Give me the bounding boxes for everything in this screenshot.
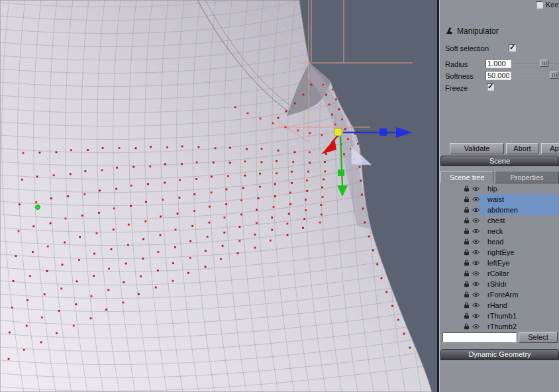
lock-icon[interactable] bbox=[462, 260, 470, 266]
radius-label: Radius bbox=[445, 60, 468, 68]
scene-tree-item[interactable]: hip bbox=[440, 183, 559, 194]
scene-tree-item[interactable]: abdomen bbox=[440, 205, 559, 215]
lock-icon[interactable] bbox=[462, 185, 470, 192]
softness-slider[interactable] bbox=[514, 72, 559, 79]
reference-vertex-green[interactable] bbox=[36, 205, 40, 210]
scene-tree-item-label: head bbox=[487, 238, 503, 246]
eye-icon[interactable] bbox=[472, 281, 480, 287]
right-panel: Kee Manipulator Soft selection Radius So… bbox=[439, 0, 559, 392]
scene-tree-item-label: hip bbox=[487, 185, 497, 193]
lock-icon[interactable] bbox=[462, 313, 470, 319]
eye-icon[interactable] bbox=[472, 313, 480, 318]
scene-tree-item-label: leftEye bbox=[487, 259, 510, 267]
eye-icon[interactable] bbox=[472, 186, 480, 191]
scene-tree-item[interactable]: rForeArm bbox=[440, 289, 559, 300]
softness-input[interactable] bbox=[485, 71, 511, 80]
abort-button[interactable]: Abort bbox=[506, 143, 538, 154]
lock-icon[interactable] bbox=[462, 291, 470, 298]
eye-icon[interactable] bbox=[472, 207, 480, 213]
scene-tree[interactable]: hipwaistabdomenchestneckheadrightEyeleft… bbox=[440, 183, 559, 332]
scene-tree-item[interactable]: rightEye bbox=[440, 247, 559, 258]
eye-icon[interactable] bbox=[472, 271, 480, 276]
lock-icon[interactable] bbox=[462, 270, 470, 277]
eye-icon[interactable] bbox=[472, 324, 480, 329]
eye-icon[interactable] bbox=[472, 250, 480, 255]
gizmo-z-handle[interactable] bbox=[380, 128, 387, 136]
scene-tree-item-label: waist bbox=[487, 195, 504, 203]
viewport-3d[interactable] bbox=[0, 0, 437, 392]
scene-tree-item[interactable]: rCollar bbox=[440, 268, 559, 279]
scene-tree-item-label: rHand bbox=[487, 301, 507, 309]
select-button[interactable]: Select bbox=[519, 332, 558, 343]
scene-tree-item[interactable]: chest bbox=[440, 215, 559, 226]
scene-tree-item-label: chest bbox=[487, 217, 505, 224]
manipulator-title: Manipulator bbox=[457, 26, 499, 36]
eye-icon[interactable] bbox=[472, 292, 480, 297]
radius-slider[interactable] bbox=[514, 60, 559, 68]
dynamic-geometry-header[interactable]: Dynamic Geometry bbox=[440, 349, 559, 360]
scene-tree-item-label: rCollar bbox=[487, 270, 509, 277]
manipulator-header: Manipulator bbox=[445, 26, 499, 36]
radius-slider-track[interactable] bbox=[514, 63, 559, 64]
radius-slider-handle[interactable] bbox=[540, 60, 548, 67]
eye-icon[interactable] bbox=[472, 228, 480, 234]
scene-tree-item-label: rForeArm bbox=[487, 291, 518, 299]
tab-properties[interactable]: Properties bbox=[495, 171, 559, 183]
keep-option-row: Kee bbox=[536, 1, 559, 9]
gizmo-center-handle[interactable] bbox=[334, 128, 342, 136]
lock-icon[interactable] bbox=[462, 238, 470, 245]
apply-button[interactable]: Ap bbox=[541, 143, 559, 154]
scene-filter-input[interactable] bbox=[442, 332, 517, 342]
scene-tree-item-label: rightEye bbox=[487, 248, 514, 256]
lock-icon[interactable] bbox=[462, 228, 470, 234]
lock-icon[interactable] bbox=[462, 249, 470, 256]
lock-icon[interactable] bbox=[462, 302, 470, 309]
freeze-label: Freeze bbox=[445, 84, 468, 92]
manipulator-icon bbox=[445, 26, 454, 36]
soft-selection-checkbox[interactable] bbox=[509, 44, 516, 52]
tab-scene-tree[interactable]: Scene tree bbox=[440, 171, 493, 183]
scene-tree-item[interactable]: head bbox=[440, 236, 559, 247]
lock-icon[interactable] bbox=[462, 196, 470, 203]
lock-icon[interactable] bbox=[462, 217, 470, 224]
lock-icon[interactable] bbox=[462, 207, 470, 213]
scene-section-header[interactable]: Scene bbox=[440, 156, 559, 166]
eye-icon[interactable] bbox=[472, 197, 480, 202]
radius-input[interactable] bbox=[485, 59, 511, 68]
freeze-checkbox[interactable] bbox=[487, 83, 494, 91]
scene-tree-item[interactable]: neck bbox=[440, 226, 559, 236]
lock-icon[interactable] bbox=[462, 323, 470, 330]
scene-tree-item-label: rShldr bbox=[487, 280, 507, 288]
application-window: Kee Manipulator Soft selection Radius So… bbox=[0, 0, 559, 392]
scene-tree-item-label: neck bbox=[487, 227, 503, 235]
validate-button[interactable]: Validate bbox=[450, 143, 504, 154]
scene-tree-item[interactable]: rShldr bbox=[440, 279, 559, 289]
gizmo-y-handle[interactable] bbox=[338, 170, 344, 176]
scene-tree-item[interactable]: rThumb1 bbox=[440, 311, 559, 321]
scene-tree-item[interactable]: waist bbox=[440, 194, 559, 205]
scene-tree-item-label: rThumb2 bbox=[487, 322, 517, 330]
scene-tree-item[interactable]: leftEye bbox=[440, 258, 559, 268]
softness-label: Softness bbox=[445, 72, 474, 80]
keep-checkbox-label: Kee bbox=[546, 1, 559, 9]
scene-tree-item-label: rThumb1 bbox=[487, 312, 517, 320]
viewport-canvas[interactable] bbox=[0, 0, 437, 392]
softness-slider-handle[interactable] bbox=[550, 72, 558, 79]
eye-icon[interactable] bbox=[472, 303, 480, 308]
eye-icon[interactable] bbox=[472, 260, 480, 266]
keep-checkbox[interactable] bbox=[536, 1, 543, 9]
scene-tree-item[interactable]: rThumb2 bbox=[440, 321, 559, 332]
scene-tree-item[interactable]: rHand bbox=[440, 300, 559, 311]
lock-icon[interactable] bbox=[462, 281, 470, 287]
eye-icon[interactable] bbox=[472, 239, 480, 244]
eye-icon[interactable] bbox=[472, 218, 480, 223]
soft-selection-label: Soft selection bbox=[445, 44, 489, 52]
scene-tree-item-label: abdomen bbox=[487, 206, 518, 214]
